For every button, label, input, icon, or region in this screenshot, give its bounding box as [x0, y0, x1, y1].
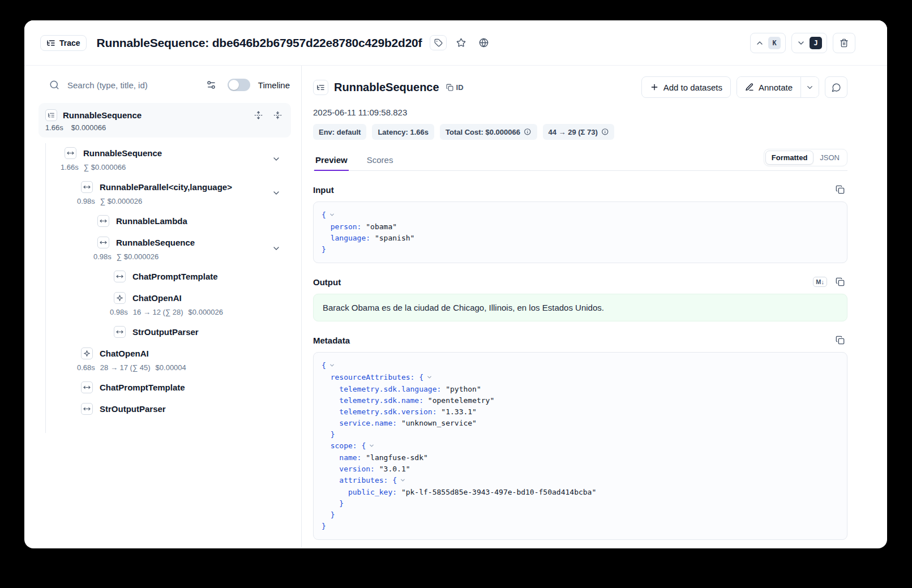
- tree-node[interactable]: RunnableLambda: [24, 210, 301, 231]
- timeline-toggle[interactable]: [228, 79, 250, 91]
- annotate-label: Annotate: [759, 83, 793, 92]
- json-line: version: "3.0.1": [322, 463, 839, 475]
- tree-node-meta: 0.68s28 → 17 (∑ 45)$0.00004: [77, 362, 301, 372]
- collapse-caret-icon[interactable]: [329, 210, 335, 221]
- copy-icon: [446, 84, 453, 91]
- metric-badge: Env: default: [313, 124, 366, 140]
- copy-input-button[interactable]: [833, 182, 847, 197]
- observation-header: RunnableSequence ID Add to datasets: [313, 76, 847, 98]
- root-node-label: RunnableSequence: [63, 110, 142, 120]
- tree-node[interactable]: StrOutputParser: [24, 321, 301, 342]
- tree-node-label: ChatOpenAI: [132, 293, 182, 303]
- id-chip-label: ID: [456, 83, 464, 92]
- input-heading: Input: [313, 185, 334, 195]
- collapse-caret-icon[interactable]: [426, 372, 433, 384]
- copy-metadata-button[interactable]: [833, 333, 847, 347]
- tab-bar: PreviewScores: [313, 155, 394, 170]
- tree-node-label: RunnableSequence: [116, 238, 195, 247]
- json-toggle-button[interactable]: JSON: [813, 151, 846, 165]
- trace-title: RunnableSequence: dbe646b2b67957d22e8780…: [97, 36, 422, 50]
- tree-node-label: ChatOpenAI: [100, 349, 149, 358]
- json-line: public_key: "pk-lf-5855d85e-3943-497e-bd…: [322, 487, 839, 498]
- metric-badge: Latency: 1.66s: [372, 124, 434, 140]
- expand-all-icon[interactable]: [251, 108, 265, 122]
- annotate-button[interactable]: Annotate: [737, 77, 800, 97]
- prev-trace-button[interactable]: K: [750, 33, 786, 53]
- annotate-dropdown-button[interactable]: [800, 77, 819, 97]
- public-globe-button[interactable]: [475, 35, 492, 51]
- chevron-down-icon[interactable]: [272, 244, 281, 253]
- output-content: Barack Obama es de la ciudad de Chicago,…: [313, 294, 847, 321]
- tree-node[interactable]: RunnableSequence1.66s∑ $0.000066: [24, 142, 301, 176]
- comments-button[interactable]: [825, 76, 847, 98]
- collapse-all-icon[interactable]: [271, 108, 284, 122]
- tab-scores[interactable]: Scores: [366, 155, 395, 170]
- json-line: scope: {: [322, 440, 839, 452]
- tree-node-meta: 0.98s∑ $0.000026: [93, 251, 301, 261]
- copy-id-button[interactable]: ID: [446, 83, 464, 92]
- tree-node[interactable]: StrOutputParser: [24, 398, 301, 419]
- json-line: attributes: {: [322, 475, 839, 487]
- tree-node[interactable]: RunnableSequence0.98s∑ $0.000026: [24, 231, 301, 265]
- tree-node-label: RunnableSequence: [83, 148, 162, 158]
- shortcut-j-key: J: [810, 37, 822, 49]
- formatted-toggle-button[interactable]: Formatted: [765, 151, 814, 165]
- trace-root-node[interactable]: RunnableSequence 1.66s $0.000066: [38, 103, 291, 138]
- tag-button[interactable]: [430, 35, 447, 50]
- span-icon: [114, 271, 126, 282]
- tree-node[interactable]: ChatOpenAI0.98s16 → 12 (∑ 28)$0.000026: [24, 287, 301, 321]
- list-tree-icon: [45, 109, 57, 121]
- tree-node[interactable]: ChatPromptTemplate: [24, 376, 301, 398]
- root-node-meta: 1.66s $0.000066: [45, 123, 284, 132]
- tree-node[interactable]: ChatOpenAI0.68s28 → 17 (∑ 45)$0.00004: [24, 342, 301, 376]
- json-line: }: [322, 521, 839, 532]
- trace-header: Trace RunnableSequence: dbe646b2b67957d2…: [24, 20, 887, 66]
- search-row: Timeline: [24, 75, 301, 95]
- json-line: name: "langfuse-sdk": [322, 452, 839, 463]
- json-line: {: [322, 360, 839, 372]
- chevron-up-icon: [755, 38, 764, 48]
- toggle-knob: [229, 80, 239, 90]
- badge-row: Env: defaultLatency: 1.66sTotal Cost: $0…: [313, 124, 847, 140]
- tab-preview[interactable]: Preview: [314, 155, 349, 171]
- shortcut-k-key: K: [768, 37, 781, 49]
- plus-icon: [650, 83, 659, 92]
- tree-node[interactable]: RunnableParallel<city,language>0.98s∑ $0…: [24, 176, 301, 210]
- info-icon[interactable]: [601, 128, 609, 136]
- json-line: }: [322, 244, 839, 255]
- trace-type-button[interactable]: Trace: [40, 35, 87, 51]
- trace-tree: RunnableSequence1.66s∑ $0.000066Runnable…: [24, 142, 301, 542]
- span-icon: [81, 403, 93, 415]
- bookmark-star-button[interactable]: [452, 35, 469, 51]
- delete-trace-button[interactable]: [833, 33, 855, 53]
- chevron-down-icon[interactable]: [272, 188, 281, 198]
- metric-badge: 44 → 29 (Σ 73): [543, 124, 615, 140]
- markdown-toggle-button[interactable]: M↓: [813, 277, 827, 287]
- collapse-caret-icon[interactable]: [329, 360, 335, 372]
- tree-node-label: StrOutputParser: [132, 327, 199, 337]
- json-line: {: [322, 209, 839, 221]
- span-icon: [81, 181, 93, 193]
- langfuse-trace-window: Trace RunnableSequence: dbe646b2b67957d2…: [24, 20, 887, 548]
- chevron-down-icon: [797, 38, 806, 48]
- chevron-down-icon[interactable]: [272, 154, 281, 164]
- add-to-datasets-label: Add to datasets: [663, 83, 722, 92]
- generation-icon: [114, 292, 126, 304]
- filter-sliders-icon[interactable]: [203, 76, 220, 93]
- span-icon: [114, 326, 126, 338]
- info-icon[interactable]: [524, 128, 532, 136]
- root-cost: $0.000066: [71, 123, 106, 132]
- tree-node[interactable]: ChatPromptTemplate: [24, 265, 301, 287]
- search-input[interactable]: [67, 80, 195, 90]
- add-to-datasets-button[interactable]: Add to datasets: [641, 76, 731, 98]
- collapse-caret-icon[interactable]: [400, 475, 406, 487]
- next-trace-button[interactable]: J: [791, 33, 827, 53]
- collapse-caret-icon[interactable]: [369, 441, 375, 452]
- tree-node-meta: 1.66s∑ $0.000066: [61, 162, 301, 172]
- timeline-label: Timeline: [258, 80, 290, 90]
- tree-node-label: ChatPromptTemplate: [100, 383, 185, 392]
- input-json: { person: "obama" language: "spanish"}: [313, 201, 847, 263]
- json-line: }: [322, 509, 839, 521]
- json-line: telemetry.sdk.version: "1.33.1": [322, 406, 839, 418]
- copy-output-button[interactable]: [833, 274, 847, 289]
